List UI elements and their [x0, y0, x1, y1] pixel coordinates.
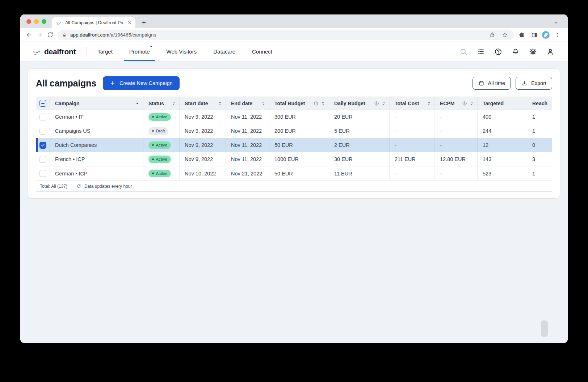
nav-item-datacare[interactable]: Datacare	[213, 42, 235, 61]
nav-item-target[interactable]: Target	[97, 42, 113, 61]
column-header-start[interactable]: Start date	[180, 97, 226, 110]
total-count-label: Total: All (137)	[40, 184, 67, 189]
info-icon[interactable]	[374, 101, 379, 106]
column-label: Status	[148, 101, 164, 106]
sort-desc-icon[interactable]	[135, 101, 140, 106]
sort-icon[interactable]	[469, 101, 474, 106]
tab-list-chevron-icon[interactable]	[553, 20, 559, 25]
info-icon[interactable]	[462, 101, 467, 106]
column-header-total_cost[interactable]: Total Cost	[390, 97, 435, 110]
cell-value: 1000 EUR	[274, 156, 299, 162]
address-bar[interactable]: app.dealfront.com/a/196465/campaigns	[58, 30, 514, 40]
row-checkbox[interactable]	[39, 114, 46, 120]
dealfront-logo[interactable]: dealfront	[33, 47, 76, 56]
column-label: Daily Budget	[334, 101, 365, 106]
column-label: Start date	[185, 101, 208, 106]
chat-widget[interactable]	[541, 321, 548, 337]
table-row[interactable]: German • ITActiveNov 9, 2022Nov 11, 2022…	[36, 110, 552, 124]
cell-campaign: German • ICP	[50, 166, 143, 181]
cell-total_cost: 211 EUR	[390, 152, 435, 166]
row-checkbox[interactable]	[39, 142, 46, 149]
search-button[interactable]	[459, 48, 467, 56]
cell-value: Nov 9, 2022	[185, 156, 213, 162]
cell-value: 200 EUR	[274, 128, 296, 134]
table-row[interactable]: French • ICPActiveNov 9, 2022Nov 11, 202…	[36, 152, 552, 166]
cell-value: -	[440, 128, 442, 134]
browser-actions	[517, 30, 564, 40]
dealfront-favicon-icon	[56, 20, 62, 26]
table-row[interactable]: Dutch CompaniesActiveNov 9, 2022Nov 11, …	[36, 138, 552, 152]
column-header-targeted[interactable]: Targeted	[478, 97, 527, 110]
list-button[interactable]	[477, 48, 485, 56]
minimize-window-button[interactable]	[34, 19, 39, 24]
user-button[interactable]	[546, 48, 554, 56]
sort-icon[interactable]	[171, 101, 176, 106]
nav-item-label: Target	[97, 48, 113, 55]
bookmark-button[interactable]	[500, 30, 509, 40]
fullscreen-window-button[interactable]	[42, 19, 46, 24]
sort-icon[interactable]	[218, 101, 222, 106]
sort-icon[interactable]	[427, 101, 431, 106]
plus-icon	[110, 80, 116, 86]
nav-item-web-visitors[interactable]: Web Visitors	[167, 42, 197, 61]
back-button[interactable]	[24, 30, 34, 40]
cell-value: 12.80 EUR	[440, 156, 466, 162]
browser-profile-avatar[interactable]	[542, 31, 550, 39]
bell-button[interactable]	[512, 48, 520, 56]
side-panel-icon	[531, 32, 538, 38]
row-checkbox[interactable]	[39, 170, 46, 177]
row-checkbox[interactable]	[39, 128, 46, 135]
cell-value: 523	[483, 171, 491, 177]
table-row[interactable]: German • ICPActiveNov 10, 2022Nov 21, 20…	[36, 166, 552, 181]
tab-close-icon[interactable]	[127, 20, 133, 25]
side-panel-button[interactable]	[529, 30, 539, 40]
campaigns-card: All campaigns Create New Campaign All ti…	[28, 69, 560, 198]
cell-targeted: 12	[478, 138, 527, 152]
sort-icon[interactable]	[381, 101, 386, 106]
help-button[interactable]	[494, 48, 502, 56]
nav-item-connect[interactable]: Connect	[252, 42, 272, 61]
new-tab-button[interactable]	[141, 20, 147, 26]
sort-icon[interactable]	[321, 101, 326, 106]
cell-value: 1	[532, 114, 535, 120]
browser-tab[interactable]: All Campaigns | Dealfront Prom	[52, 17, 135, 28]
share-button[interactable]	[487, 30, 497, 40]
status-label: Active	[156, 171, 167, 176]
column-header-reach[interactable]: Reach	[527, 97, 552, 110]
column-header-end[interactable]: End date	[226, 97, 269, 110]
cell-value: Dutch Companies	[55, 142, 97, 148]
extensions-button[interactable]	[517, 30, 527, 40]
table-row[interactable]: Campaigns USDraftNov 9, 2022Nov 11, 2022…	[36, 124, 552, 138]
row-checkbox[interactable]	[39, 156, 46, 163]
close-window-button[interactable]	[26, 19, 31, 24]
cell-total_budget: 200 EUR	[269, 124, 329, 138]
column-header-daily_budget[interactable]: Daily Budget	[329, 97, 390, 110]
cell-total_budget: 300 EUR	[269, 110, 329, 124]
cell-ecpm: -	[435, 124, 478, 138]
cell-total_budget: 50 EUR	[269, 138, 329, 152]
browser-menu-button[interactable]	[552, 30, 562, 40]
export-button[interactable]: Export	[516, 77, 552, 90]
cell-start: Nov 9, 2022	[180, 152, 226, 166]
status-dot-icon	[152, 144, 154, 146]
browser-toolbar: app.dealfront.com/a/196465/campaigns	[20, 28, 568, 42]
table-footer: Total: All (137) Data updates every hour	[36, 181, 552, 191]
info-icon[interactable]	[314, 101, 319, 106]
data-update-note: Data updates every hour	[84, 184, 132, 189]
column-header-ecpm[interactable]: ECPM	[435, 97, 478, 110]
all-time-filter-button[interactable]: All time	[472, 77, 511, 90]
nav-item-promote[interactable]: Promote	[129, 42, 150, 61]
forward-button[interactable]	[34, 30, 45, 40]
column-header-campaign[interactable]: Campaign	[50, 97, 143, 110]
cell-value: 211 EUR	[395, 156, 416, 162]
column-header-total_budget[interactable]: Total Budget	[269, 97, 329, 110]
create-new-campaign-button[interactable]: Create New Campaign	[103, 76, 180, 90]
cell-targeted: 143	[478, 152, 527, 166]
column-header-status[interactable]: Status	[143, 97, 180, 110]
cell-total_budget: 50 EUR	[269, 166, 329, 181]
select-all-checkbox[interactable]	[39, 100, 46, 107]
nav-divider	[87, 47, 87, 56]
reload-button[interactable]	[45, 30, 55, 40]
gear-button[interactable]	[529, 48, 537, 56]
sort-icon[interactable]	[261, 101, 266, 106]
